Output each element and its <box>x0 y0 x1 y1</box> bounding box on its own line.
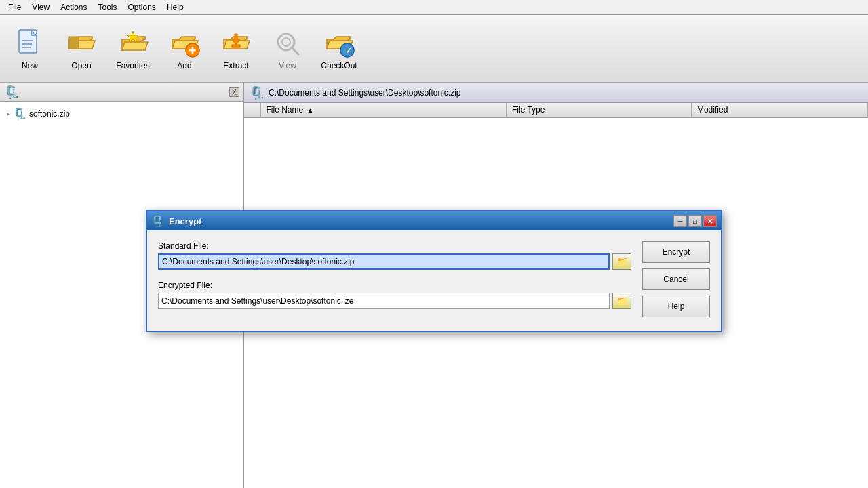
standard-file-row: 📁 <box>158 253 631 270</box>
dialog-titlebar: 🗜️ Encrypt ─ □ ✕ <box>147 211 721 230</box>
dialog-overlay: 🗜️ Encrypt ─ □ ✕ Standard File: 📁 <box>0 0 868 488</box>
dialog-buttons: Encrypt Cancel Help <box>642 241 710 320</box>
dialog-fields: Standard File: 📁 Encrypted File: 📁 <box>158 241 631 320</box>
dialog-minimize-button[interactable]: ─ <box>673 215 687 227</box>
help-button[interactable]: Help <box>642 296 710 317</box>
browse-folder-icon-2: 📁 <box>616 296 628 306</box>
dialog-title-left: 🗜️ Encrypt <box>151 215 201 228</box>
dialog-icon: 🗜️ <box>151 215 165 228</box>
dialog-body: Standard File: 📁 Encrypted File: 📁 <box>147 230 721 331</box>
encrypted-file-browse-button[interactable]: 📁 <box>612 293 631 309</box>
encrypt-dialog: 🗜️ Encrypt ─ □ ✕ Standard File: 📁 <box>146 210 722 332</box>
encrypted-file-group: Encrypted File: 📁 <box>158 281 631 309</box>
encrypt-button[interactable]: Encrypt <box>642 241 710 263</box>
encrypted-file-input[interactable] <box>158 293 610 309</box>
standard-file-group: Standard File: 📁 <box>158 241 631 270</box>
dialog-title: Encrypt <box>169 216 201 226</box>
cancel-button[interactable]: Cancel <box>642 268 710 290</box>
encrypted-file-label: Encrypted File: <box>158 281 631 290</box>
dialog-close-button[interactable]: ✕ <box>703 215 717 227</box>
browse-folder-icon: 📁 <box>616 256 628 267</box>
encrypted-file-row: 📁 <box>158 293 631 309</box>
standard-file-label: Standard File: <box>158 241 631 251</box>
standard-file-input[interactable] <box>158 253 610 270</box>
standard-file-browse-button[interactable]: 📁 <box>612 253 631 270</box>
dialog-restore-button[interactable]: □ <box>688 215 702 227</box>
dialog-controls: ─ □ ✕ <box>673 215 717 227</box>
